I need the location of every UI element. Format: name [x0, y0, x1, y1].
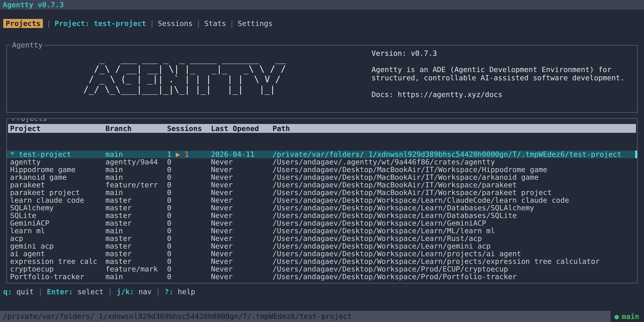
project-name: acp [10, 235, 106, 242]
session-count: 0 [167, 174, 172, 181]
project-last-opened: 2026-04-11 [211, 150, 272, 158]
session-count: 0 [167, 212, 172, 219]
project-sessions: 0 [167, 174, 211, 181]
project-sessions: 0 [167, 212, 211, 219]
session-count: 0 [167, 273, 172, 280]
project-branch: feature/terr [106, 181, 167, 189]
project-sessions: 0 [167, 250, 211, 258]
table-row[interactable]: SQLitemaster0Never/Users/andagaev/Deskto… [7, 212, 637, 219]
project-path: /Users/andagaev/.agentty/wt/9a446f86/cra… [272, 158, 637, 166]
column-header-last-opened: Last Opened [211, 124, 272, 132]
table-row[interactable]: arkanoid_gamemain0Never/Users/andagaev/D… [7, 174, 637, 181]
project-path: /Users/andagaev/Desktop/Workspace/Prod/P… [272, 273, 637, 280]
table-row[interactable]: learn_mlmain0Never/Users/andagaev/Deskto… [7, 227, 637, 235]
table-row[interactable]: SQLAlchemymaster0Never/Users/andagaev/De… [7, 204, 637, 212]
project-branch: master [106, 242, 167, 250]
table-row[interactable]: acpmaster0Never/Users/andagaev/Desktop/W… [7, 235, 637, 242]
project-last-opened: Never [211, 227, 272, 235]
app-title: Agentty v0.7.3 [3, 0, 64, 9]
help-label: help [173, 288, 195, 296]
about-panel: Agentty _ ___ ___ _ _ _____ _______ __ /… [6, 45, 638, 113]
project-branch: master [106, 212, 167, 219]
project-sessions: 0 [167, 227, 211, 235]
project-branch: master [106, 219, 167, 227]
project-sessions: 0 [167, 189, 211, 196]
tab-projects[interactable]: Projects [3, 19, 43, 28]
project-path: /Users/andagaev/Desktop/Workspace/Learn/… [272, 235, 637, 242]
project-last-opened: Never [211, 196, 272, 204]
session-count: 0 [167, 158, 172, 166]
table-row[interactable]: expression_tree_calcmaster0Never/Users/a… [7, 258, 637, 265]
project-path: /Users/andagaev/Desktop/MacBookAir/IT/Wo… [272, 181, 637, 189]
project-path: /Users/andagaev/Desktop/Workspace/Prod/E… [272, 265, 637, 273]
tab-separator: | [46, 19, 51, 28]
help-separator: | [104, 288, 117, 296]
project-last-opened: Never [211, 189, 272, 196]
scrollbar-thumb[interactable] [635, 150, 637, 158]
project-path: /Users/andagaev/Desktop/Workspace/Learn/… [272, 212, 637, 219]
session-count: 0 [167, 189, 172, 196]
project-name: agentty [10, 158, 106, 166]
table-row[interactable]: cryptoecupfeature/mark0Never/Users/andag… [7, 265, 637, 273]
project-branch: main [106, 227, 167, 235]
project-sessions: 0 [167, 158, 211, 166]
help-key: Enter: [47, 288, 73, 296]
project-last-opened: Never [211, 265, 272, 273]
tab-stats[interactable]: Stats [204, 19, 226, 28]
project-name: parakeet_project [10, 189, 106, 196]
session-count: 0 [167, 196, 172, 204]
project-last-opened: Never [211, 166, 272, 174]
version-text: Version: v0.7.3 [372, 49, 629, 57]
project-path: /Users/andagaev/Desktop/Workspace/Learn/… [272, 196, 637, 204]
description-text: Agentty is an ADE (Agentic Development E… [372, 66, 629, 82]
table-row[interactable]: agenttyagentty/9a440Never/Users/andagaev… [7, 158, 637, 166]
project-path: /Users/andagaev/Desktop/MacBookAir/IT/Wo… [272, 166, 637, 174]
project-last-opened: Never [211, 258, 272, 265]
project-sessions: 0 [167, 273, 211, 280]
column-header-sessions: Sessions [167, 124, 211, 132]
tab-sessions[interactable]: Sessions [158, 19, 192, 28]
project-sessions: 0 [167, 166, 211, 174]
tab-current-project[interactable]: Project: test-project [54, 19, 146, 28]
project-last-opened: Never [211, 204, 272, 212]
project-path: /Users/andagaev/Desktop/Workspace/Learn/… [272, 250, 637, 258]
session-count: 0 [167, 166, 172, 174]
project-name: parakeet [10, 181, 106, 189]
project-branch: main [106, 189, 167, 196]
table-row[interactable]: Portfolio-trackermain0Never/Users/andaga… [7, 273, 637, 280]
table-row[interactable]: Hippodrome_gamemain0Never/Users/andagaev… [7, 166, 637, 174]
project-branch: main [106, 150, 167, 158]
tab-settings[interactable]: Settings [238, 19, 272, 28]
help-bar: q: quit | Enter: select | j/k: nav | ?: … [0, 288, 644, 296]
about-panel-content: _ ___ ___ _ _ _____ _______ __ /_\ / __|… [7, 46, 637, 112]
project-branch: master [106, 250, 167, 258]
table-row[interactable]: parakeet_projectmain0Never/Users/andagae… [7, 189, 637, 196]
project-last-opened: Never [211, 181, 272, 189]
table-row[interactable]: parakeetfeature/terr0Never/Users/andagae… [7, 181, 637, 189]
table-row[interactable]: * test-projectmain1 ▶ 12026-04-11/privat… [7, 150, 637, 158]
session-count: 0 [167, 227, 172, 235]
git-status-dot-icon: ● [614, 312, 619, 320]
docs-link[interactable]: Docs: https://agentty.xyz/docs [372, 90, 629, 98]
project-branch: main [106, 166, 167, 174]
table-row[interactable]: gemini_acpmaster0Never/Users/andagaev/De… [7, 242, 637, 250]
project-branch: master [106, 204, 167, 212]
project-name: GeminiACP [10, 219, 106, 227]
project-name: Portfolio-tracker [10, 273, 106, 280]
help-separator: | [152, 288, 164, 296]
project-name: arkanoid_game [10, 174, 106, 181]
projects-rows: * test-projectmain1 ▶ 12026-04-11/privat… [7, 150, 637, 280]
project-name: ai_agent [10, 250, 106, 258]
help-key: j/k: [117, 288, 134, 296]
table-row[interactable]: learn_claude_codemaster0Never/Users/anda… [7, 196, 637, 204]
project-path: /Users/andagaev/Desktop/Workspace/Learn/… [272, 227, 637, 235]
table-row[interactable]: GeminiACPmaster0Never/Users/andagaev/Des… [7, 219, 637, 227]
title-bar: Agentty v0.7.3 [0, 0, 644, 10]
project-path: /Users/andagaev/Desktop/Workspace/Learn/… [272, 258, 637, 265]
project-sessions: 1 ▶ 1 [167, 150, 211, 158]
column-header-path: Path [272, 124, 636, 132]
project-name: expression_tree_calc [10, 258, 106, 265]
help-label: nav [134, 288, 152, 296]
ascii-logo: _ ___ ___ _ _ _____ _______ __ /_\ / __|… [83, 54, 286, 112]
table-row[interactable]: ai_agentmaster0Never/Users/andagaev/Desk… [7, 250, 637, 258]
